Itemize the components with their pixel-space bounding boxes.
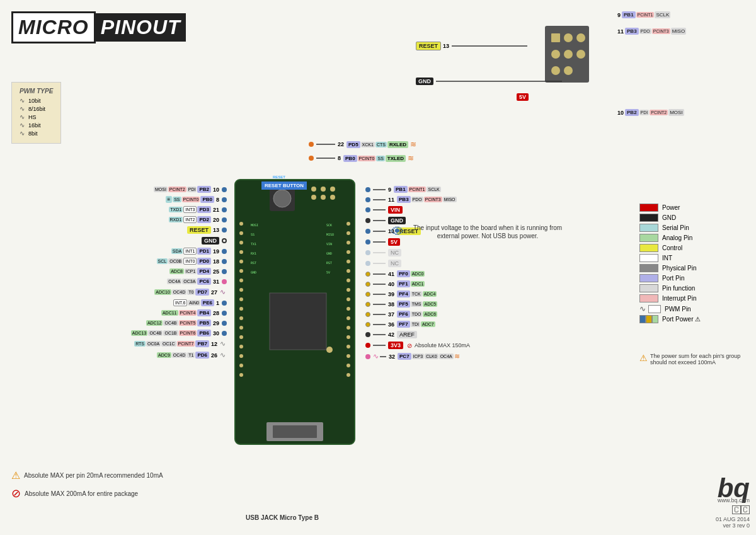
- top-side-pins: 22 PD5 XCK1 CTS RXLED ≋ 8 PB0 PCINT0 SS …: [309, 140, 416, 163]
- svg-point-28: [239, 250, 243, 254]
- svg-point-27: [239, 241, 243, 244]
- svg-point-3: [564, 33, 573, 42]
- pin22-dot: [309, 142, 314, 147]
- version-box: www.bq.com 🄲🄲 01 AUG 2014 ver 3 rev 0: [716, 497, 750, 529]
- pwm-16bit: ∿ 16bit: [20, 122, 53, 129]
- pin22-row: 22 PD5 XCK1 CTS RXLED ≋: [309, 140, 416, 149]
- left-pin-adc13: ADC13 OC4B OC1B PCINT6 PB6 30: [13, 330, 227, 337]
- svg-point-49: [346, 288, 350, 292]
- bottom-warnings: ⚠ Absolute MAX per pin 20mA recommended …: [11, 469, 163, 500]
- right-pin-pf6: 37 PF6 TDO ADC6: [365, 311, 470, 318]
- right-pin-nc2: NC: [365, 260, 470, 267]
- pin22-rxled: RXLED: [387, 141, 408, 148]
- left-pin-adc11: ADC11 PCINT4 PB4 28: [13, 309, 227, 316]
- svg-point-25: [239, 222, 243, 226]
- legend-power: Power: [639, 204, 750, 212]
- warning-abs-max-pin: ⚠ Absolute MAX per pin 20mA recommended …: [11, 469, 163, 481]
- svg-point-9: [564, 66, 573, 75]
- svg-point-52: [346, 316, 350, 320]
- top-pin9-port: PB1: [622, 11, 636, 18]
- right-pin-3v3: 3V3 ⊘ Absolute MAX 150mA: [365, 342, 470, 349]
- left-pin-rts: RTS OC0A OC1C PCINT7 PB7 12 ∿: [13, 340, 227, 348]
- legend-int: INT: [639, 254, 750, 262]
- top-pin9-row: 9 PB1 PCINT1 SCLK: [617, 11, 670, 18]
- top-pin10-func2: PCINT2: [650, 110, 668, 115]
- svg-point-30: [239, 269, 243, 273]
- legend-physical: Physical Pin: [639, 264, 750, 272]
- svg-point-42: [346, 222, 350, 226]
- svg-text:MOSI: MOSI: [251, 223, 258, 227]
- svg-point-57: [346, 364, 350, 367]
- top-gnd-row: GND: [416, 78, 562, 85]
- pwm-10bit: ∿ 10bit: [20, 97, 53, 104]
- svg-point-33: [239, 297, 243, 301]
- legend-analog: Analog Pin: [639, 234, 750, 242]
- pin8-wave-icon: ≋: [408, 154, 414, 163]
- left-pin-gnd: GND: [13, 237, 227, 244]
- svg-text:TX1: TX1: [251, 242, 256, 246]
- svg-point-44: [346, 241, 350, 244]
- pin8-dot: [309, 156, 314, 161]
- svg-point-5: [551, 50, 560, 59]
- right-pin9: 9 PB1 PCINT1 SCLK: [365, 186, 470, 193]
- top-5v-label: 5V: [517, 93, 529, 101]
- svg-point-29: [239, 260, 243, 263]
- legend-pwm: ∿ PWM Pin: [639, 304, 750, 313]
- svg-point-6: [564, 50, 573, 59]
- reset-top-label: RESET: [416, 42, 441, 50]
- legend-interrupt: Interrupt Pin: [639, 294, 750, 302]
- left-pin-reset: RESET 13: [13, 226, 227, 234]
- right-pin-pf5: 38 PF5 TMS ADC5: [365, 301, 470, 308]
- svg-point-40: [239, 364, 243, 367]
- top-pin11-func3: MISO: [671, 28, 686, 35]
- right-pins-area: 9 PB1 PCINT1 SCLK 11 PB3 PDO PCINT3 MISO…: [365, 186, 470, 364]
- left-pin-txd1: TXD1 INT3 PD3 21: [13, 206, 227, 213]
- svg-point-19: [330, 187, 335, 192]
- pin8-txled: TXLED: [386, 155, 406, 162]
- pwm-legend: PWM TYPE ∿ 10bit ∿ 8/16bit ∿ HS ∿ 16bit …: [11, 82, 61, 144]
- pin22-port: PD5: [346, 141, 360, 148]
- svg-point-34: [239, 307, 243, 311]
- svg-point-36: [239, 326, 243, 330]
- svg-text:SCK: SCK: [326, 223, 332, 227]
- usb-jack-label: USB JACK Micro Type B: [246, 514, 319, 521]
- svg-point-48: [346, 279, 350, 282]
- svg-point-32: [239, 288, 243, 292]
- svg-point-24: [326, 347, 333, 353]
- top-pin11-func2: PCINT3: [652, 28, 670, 34]
- pin22-wave-icon: ≋: [410, 140, 416, 149]
- svg-point-54: [346, 335, 350, 339]
- left-pin-adc12: ADC12 OC4B PCINT5 PB5 29: [13, 319, 227, 326]
- svg-point-38: [239, 345, 243, 348]
- left-pin-rxd1: RXD1 INT2 PD2 20: [13, 216, 227, 223]
- pwm-8bit: ∿ 8bit: [20, 130, 53, 137]
- svg-point-50: [346, 297, 350, 301]
- legend-port: Port Pin: [639, 274, 750, 282]
- top-pin10-num: 10: [617, 110, 624, 116]
- svg-point-53: [346, 326, 350, 330]
- svg-point-22: [330, 195, 335, 200]
- right-pin-vin: VIN: [365, 206, 470, 214]
- warning-abs-max-pkg: ⊘ Absolute MAX 200mA for entire package: [11, 486, 163, 500]
- right-pin-aref: 42 AREF: [365, 331, 470, 338]
- svg-point-37: [239, 335, 243, 339]
- top-pin9-num: 9: [617, 12, 621, 18]
- top-pin11-row: 11 PB3 PDO PCINT3 MISO: [617, 28, 686, 35]
- top-pin9-func2: SCLK: [655, 11, 670, 18]
- left-pin-scl: SCL OC0B INT0 PD0 18: [13, 258, 227, 265]
- top-pin10-row: 10 PB2 PDI PCINT2 MOSI: [617, 109, 684, 116]
- svg-point-8: [551, 66, 560, 75]
- legend-port-power: Port Power ⚠: [639, 315, 750, 323]
- reset-button-label: RESET BUTTON: [261, 178, 307, 190]
- svg-point-35: [239, 316, 243, 320]
- svg-rect-10: [551, 33, 560, 42]
- top-pin10-func1: PDI: [639, 110, 650, 115]
- top-pin10-port: PB2: [625, 109, 639, 116]
- pwm-hs: ∿ HS: [20, 113, 53, 120]
- right-pin-nc1: NC: [365, 249, 470, 256]
- svg-point-16: [273, 190, 291, 207]
- legend-serial: Serial Pin: [639, 224, 750, 232]
- left-pin-oc4a: OC4A OC3A PC6 31: [13, 278, 227, 285]
- legend-gnd: GND: [639, 214, 750, 222]
- eye-icon: 👁: [391, 224, 404, 240]
